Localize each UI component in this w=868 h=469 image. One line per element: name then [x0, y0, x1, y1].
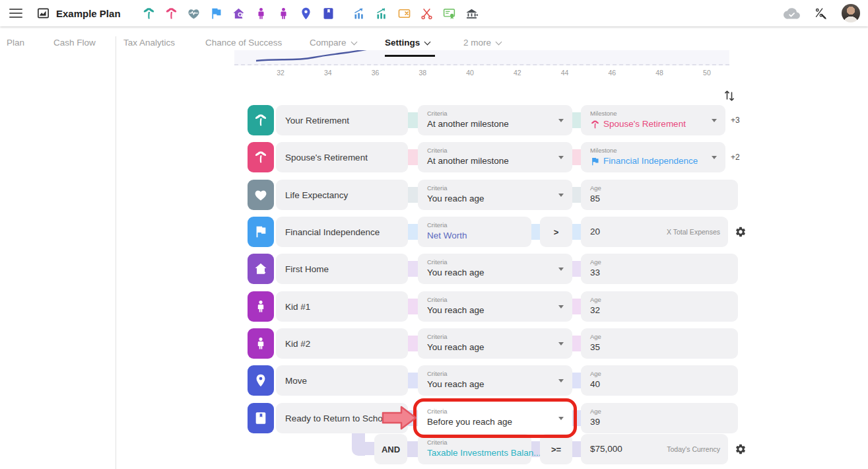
edit-percent-icon[interactable]	[814, 7, 828, 20]
tab-compare[interactable]: Compare	[310, 38, 356, 48]
and-condition-row: AND Criteria Taxable Investments Balan..…	[374, 434, 747, 464]
person-icon[interactable]	[248, 328, 274, 359]
chart-arrow-icon[interactable]	[375, 7, 389, 20]
criteria-dropdown[interactable]: Criteria You reach age	[418, 254, 572, 284]
connector	[408, 112, 418, 128]
heart-pulse-icon[interactable]	[248, 180, 274, 210]
plan-title: Example Plan	[56, 8, 121, 19]
dropdown-caret-icon	[558, 305, 564, 308]
milestone-name-field[interactable]: Financial Independence	[276, 217, 408, 247]
operator-chip[interactable]: >	[540, 217, 572, 247]
criteria-dropdown[interactable]: Criteria You reach age	[418, 291, 572, 322]
connector	[408, 299, 418, 314]
tab-settings[interactable]: Settings	[385, 38, 430, 48]
criteria-dropdown[interactable]: Criteria You reach age	[418, 328, 572, 359]
dropdown-caret-icon	[558, 119, 564, 122]
flag-icon[interactable]	[209, 7, 223, 20]
threshold-value-field[interactable]: 20 X Total Expenses	[581, 217, 728, 247]
hamburger-menu-icon[interactable]	[9, 9, 22, 18]
milestone-value-dropdown[interactable]: Milestone Spouse's Retirement	[581, 105, 725, 135]
connector	[572, 410, 581, 426]
milestone-name-field[interactable]: Spouse's Retirement	[276, 142, 408, 172]
criteria-dropdown[interactable]: Criteria Taxable Investments Balan...	[418, 434, 531, 464]
palm-tree-icon[interactable]	[142, 7, 156, 20]
tab-2-more[interactable]: 2 more	[463, 38, 501, 48]
heart-pulse-icon[interactable]	[187, 7, 201, 20]
user-avatar[interactable]	[842, 4, 860, 22]
age-value-field[interactable]: Age 40	[581, 365, 738, 396]
person-icon[interactable]	[248, 291, 274, 322]
connector	[408, 149, 418, 165]
milestone-row: Life Expectancy Criteria You reach age A…	[248, 180, 738, 210]
person-icon[interactable]	[277, 7, 290, 20]
milestone-row: Kid #2 Criteria You reach age Age 35	[248, 328, 738, 359]
tab-plan[interactable]: Plan	[7, 38, 24, 48]
and-chip[interactable]: AND	[374, 434, 407, 464]
milestone-name-field[interactable]: Life Expectancy	[276, 180, 408, 210]
connector	[408, 336, 418, 351]
connector	[408, 187, 418, 203]
person-icon[interactable]	[254, 7, 268, 20]
bank-icon[interactable]	[465, 7, 479, 20]
criteria-dropdown[interactable]: Criteria At another milestone	[418, 105, 572, 135]
criteria-dropdown[interactable]: Criteria At another milestone	[418, 142, 572, 172]
connector	[572, 299, 581, 314]
sort-icon[interactable]	[721, 88, 737, 104]
threshold-value-field[interactable]: $75,000 Today's Currency	[581, 434, 728, 464]
scissors-icon[interactable]	[420, 7, 434, 20]
house-search-icon[interactable]	[232, 7, 246, 20]
operator-chip[interactable]: >=	[540, 434, 572, 464]
house-search-icon[interactable]	[248, 254, 274, 284]
criteria-dropdown[interactable]: Criteria Net Worth	[418, 217, 531, 247]
connector	[408, 224, 418, 240]
settings-gear-icon[interactable]	[735, 443, 747, 455]
milestone-row: Kid #1 Criteria You reach age Age 32	[248, 291, 738, 322]
age-value-field[interactable]: Age 39	[581, 403, 738, 433]
milestone-name-field[interactable]: Kid #1	[276, 291, 408, 322]
age-value-field[interactable]: Age 85	[581, 180, 738, 210]
tab-chance-of-success[interactable]: Chance of Success	[205, 38, 282, 48]
unit-label: Today's Currency	[667, 445, 720, 453]
flag-icon[interactable]	[248, 217, 274, 247]
highlight-arrow	[382, 405, 417, 431]
unit-label: X Total Expenses	[667, 228, 720, 236]
age-value-field[interactable]: Age 32	[581, 291, 738, 322]
palm-tree-icon[interactable]	[248, 142, 274, 172]
tab-tax-analytics[interactable]: Tax Analytics	[123, 38, 175, 48]
milestone-name-field[interactable]: First Home	[276, 254, 408, 284]
milestone-name-field[interactable]: Move	[276, 365, 408, 396]
milestone-name-field[interactable]: Your Retirement	[276, 105, 408, 135]
milestone-name-field[interactable]: Kid #2	[276, 328, 408, 359]
milestone-row: Financial Independence Criteria Net Wort…	[248, 217, 747, 247]
palm-tree-icon[interactable]	[248, 105, 274, 135]
age-value-field[interactable]: Age 35	[581, 328, 738, 359]
milestone-row: Ready to Return to School Criteria Befor…	[248, 403, 738, 433]
chevron-down-icon	[424, 38, 431, 45]
book-icon[interactable]	[321, 7, 335, 20]
map-pin-icon[interactable]	[248, 365, 274, 396]
card-x-icon[interactable]	[397, 7, 411, 20]
age-value-field[interactable]: Age 33	[581, 254, 738, 284]
criteria-dropdown[interactable]: Criteria You reach age	[418, 365, 572, 396]
chart-arrow-icon[interactable]	[352, 7, 366, 20]
connector	[572, 149, 581, 165]
chevron-down-icon	[351, 38, 357, 45]
timeline-chart	[234, 50, 729, 65]
dropdown-caret-icon	[712, 119, 717, 122]
certificate-icon[interactable]	[442, 7, 456, 20]
milestone-value-dropdown[interactable]: Milestone Financial Independence	[581, 142, 725, 172]
book-icon[interactable]	[248, 403, 274, 433]
chevron-down-icon	[496, 38, 502, 45]
cloud-check-icon[interactable]	[784, 5, 800, 22]
criteria-dropdown[interactable]: Criteria You reach age	[418, 180, 572, 210]
settings-gear-icon[interactable]	[735, 226, 747, 238]
palm-tree-icon	[590, 120, 600, 129]
milestone-icon-strip	[142, 7, 335, 20]
connector	[572, 187, 581, 203]
tab-cash-flow[interactable]: Cash Flow	[53, 38, 96, 48]
scenario-icon-strip	[352, 7, 479, 20]
connector	[531, 224, 540, 240]
palm-tree-icon[interactable]	[164, 7, 178, 20]
criteria-dropdown-highlighted[interactable]: Criteria Before you reach age	[418, 403, 572, 433]
map-pin-icon[interactable]	[299, 7, 313, 20]
